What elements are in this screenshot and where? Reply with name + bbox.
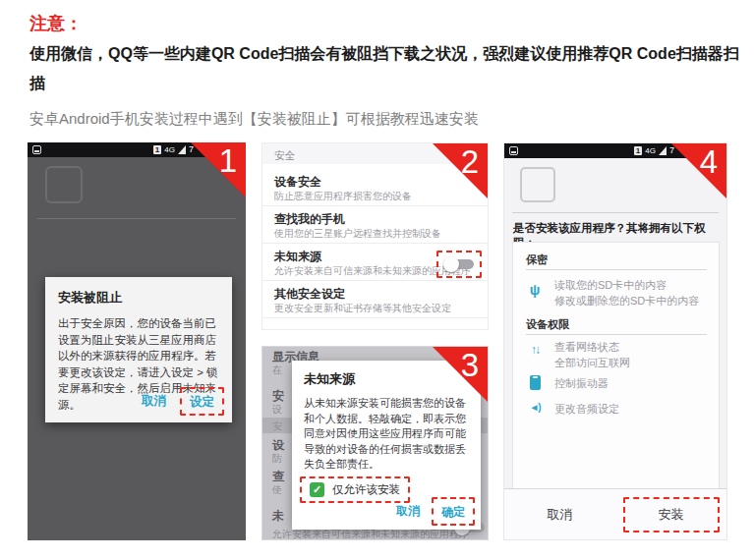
permission-text: 控制振动器: [554, 376, 609, 391]
divider: [37, 218, 236, 219]
step-number: 4: [700, 144, 718, 180]
ok-button[interactable]: 确定: [441, 505, 465, 519]
network-type-icon: 4G: [645, 146, 656, 155]
bg-row-subtitle: 设: [272, 403, 282, 417]
signal-icon: [178, 145, 186, 154]
highlight-box-settings: 设定: [180, 387, 224, 416]
install-button-cell: 安装: [615, 489, 726, 539]
step-number: 1: [219, 143, 237, 179]
permission-text: 读取您的SD卡中的内容: [554, 278, 667, 293]
row-subtitle: 使用您的三星账户远程查找并控制设备: [274, 227, 441, 241]
battery-percent: 7: [189, 145, 194, 154]
settings-row-device-security[interactable]: 设备安全 防止恶意应用程序损害您的设备: [262, 169, 488, 206]
settings-row-unknown-sources[interactable]: 未知来源 允许安装来自可信来源和未知来源的应用程序: [262, 244, 488, 281]
dialog-button-bar: 取消 安装: [504, 488, 726, 539]
usb-storage-icon: ψ: [526, 282, 544, 298]
sim-badge: 1: [153, 145, 161, 154]
checkbox-label: 仅允许该安装: [332, 482, 400, 497]
dialog-title: 未知来源: [304, 370, 469, 388]
cancel-button[interactable]: 取消: [504, 489, 615, 539]
notice-title: 注意：: [29, 12, 83, 35]
bg-row-subtitle: 在: [272, 364, 282, 377]
install-button[interactable]: 安装: [659, 507, 684, 522]
dialog-body: 从未知来源安装可能损害您的设备和个人数据。轻敲确定，即表示您同意对因使用这些应用…: [304, 396, 469, 473]
screen-title: 安全: [274, 149, 295, 163]
bg-section-label: 安: [272, 420, 282, 433]
row-subtitle: 更改安全更新和证书存储等其他安全设定: [274, 302, 451, 315]
dialog-title: 安装被阻止: [58, 289, 219, 307]
permission-text: 更改音频设定: [554, 402, 619, 417]
allow-once-checkbox[interactable]: ✓: [310, 482, 324, 497]
screenshot-icon: [32, 145, 41, 154]
permission-text: 查看网络状态: [554, 340, 619, 355]
notice-subtitle: 安卓Android手机安装过程中遇到【安装被阻止】可根据教程迅速安装: [29, 110, 739, 129]
highlight-box-toggle: [436, 251, 482, 278]
network-icon: ↑↓: [526, 343, 544, 357]
device-section-header: 设备权限: [526, 317, 569, 332]
permissions-card: 保密 ψ 读取您的SD卡中的内容 修改或删除您的SD卡中的内容 设备权限 ↑↓ …: [512, 242, 720, 489]
settings-card: 设备安全 防止恶意应用程序损害您的设备 查找我的手机 使用您的三星账户远程查找并…: [262, 164, 488, 329]
privacy-section-header: 保密: [526, 252, 548, 267]
screenshot-step3: 显示信息 在 安 设 安 设 防 查 使 未 允许安装来自可信来源和未知来源的应…: [261, 346, 489, 540]
step-number: 3: [461, 348, 479, 383]
screenshot-step2: 安全 设备安全 防止恶意应用程序损害您的设备 查找我的手机 使用您的三星账户远程…: [261, 142, 489, 330]
bg-row-subtitle: 使: [272, 483, 282, 497]
row-subtitle: 防止恶意应用程序损害您的设备: [274, 190, 412, 203]
notice-body: 使用微信，QQ等一些内建QR Code扫描会有被阻挡下载之状况，强烈建议使用推荐…: [29, 39, 739, 98]
cancel-button[interactable]: 取消: [388, 499, 428, 524]
unknown-sources-toggle[interactable]: [443, 256, 475, 272]
settings-row-other-security[interactable]: 其他安全设定 更改安全更新和证书存储等其他安全设定: [262, 281, 488, 318]
divider: [526, 334, 707, 335]
app-icon-placeholder: [520, 167, 555, 202]
screenshot-icon: [509, 146, 518, 155]
audio-settings-icon: ◄): [526, 402, 544, 413]
vibration-icon: [530, 375, 541, 390]
highlight-box-ok: 确定: [432, 497, 475, 526]
divider: [526, 269, 707, 270]
permission-text: 全部访问互联网: [554, 356, 630, 370]
cancel-button[interactable]: 取消: [134, 389, 174, 414]
battery-percent: 7: [669, 146, 674, 155]
install-blocked-dialog: 安装被阻止 出于安全原因，您的设备当前已设置为阻止安装从三星应用商店以外的来源获…: [45, 277, 232, 422]
bg-row-subtitle: 防: [272, 452, 282, 466]
divider: [512, 212, 719, 213]
row-title: 查找我的手机: [274, 211, 345, 228]
unknown-sources-dialog: 未知来源 从未知来源安装可能损害您的设备和个人数据。轻敲确定，即表示您同意对因使…: [292, 361, 481, 530]
row-title: 其他安全设定: [274, 286, 345, 303]
row-title: 设备安全: [274, 174, 321, 191]
settings-button[interactable]: 设定: [190, 395, 214, 409]
screenshot-step1: 1 4G 7 安装被阻止 出于安全原因，您的设备当前已设置为阻止安装从三星应用商…: [28, 142, 246, 540]
signal-icon: [659, 146, 667, 155]
sim-badge: 1: [634, 146, 642, 155]
screenshot-step4: 1 4G 7 是否安装该应用程序？其将拥有以下权限： 保密 ψ 读取您的SD卡中…: [503, 142, 727, 540]
permission-text: 修改或删除您的SD卡中的内容: [554, 294, 699, 308]
row-title: 未知来源: [274, 249, 321, 265]
bg-row-title: 未: [272, 508, 284, 525]
step-number: 2: [461, 144, 479, 180]
settings-row-find-my-phone[interactable]: 查找我的手机 使用您的三星账户远程查找并控制设备: [262, 206, 488, 244]
network-type-icon: 4G: [164, 145, 175, 154]
page: 注意： 使用微信，QQ等一些内建QR Code扫描会有被阻挡下载之状况，强烈建议…: [0, 0, 754, 560]
highlight-box-install: 安装: [623, 497, 720, 532]
app-icon-placeholder: [45, 166, 83, 203]
